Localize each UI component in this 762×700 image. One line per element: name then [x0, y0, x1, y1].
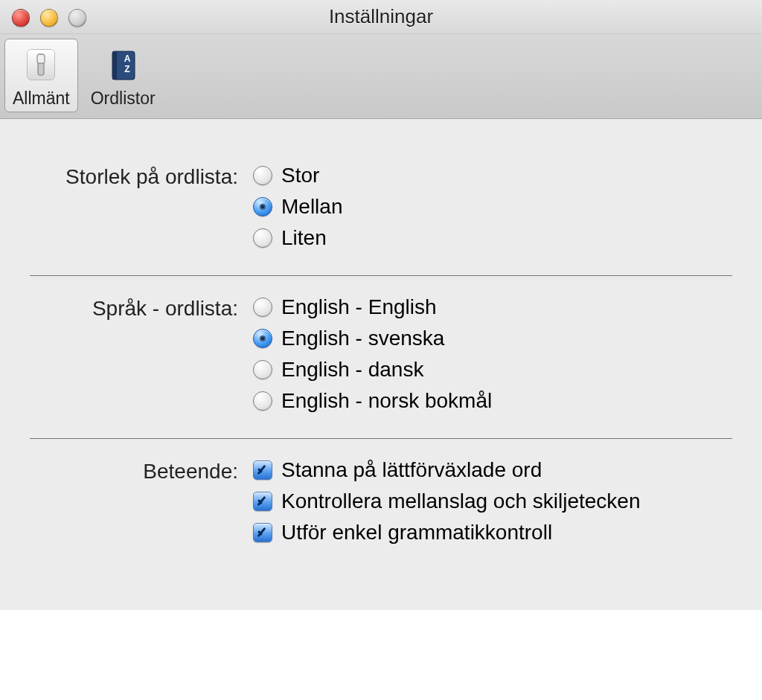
- section-size: Storlek på ordlista: Stor Mellan Liten: [30, 149, 732, 271]
- option-label: English - dansk: [281, 358, 423, 382]
- svg-rect-5: [112, 51, 117, 80]
- checkbox-grammar[interactable]: Utför enkel grammatikkontroll: [253, 521, 732, 545]
- option-label: English - svenska: [281, 327, 444, 350]
- toolbar-tab-label: Ordlistor: [91, 89, 156, 109]
- radio-icon: [253, 197, 272, 216]
- svg-text:Z: Z: [124, 64, 129, 74]
- switch-icon: [20, 44, 62, 86]
- option-label: English - norsk bokmål: [281, 389, 492, 413]
- titlebar: Inställningar: [0, 0, 762, 34]
- section-label: Storlek på ordlista:: [30, 164, 253, 250]
- radio-icon: [253, 391, 272, 411]
- checkbox-icon: [253, 460, 272, 480]
- content: Storlek på ordlista: Stor Mellan Liten S…: [0, 119, 762, 610]
- section-behaviour: Beteende: Stanna på lättförväxlade ord K…: [30, 443, 732, 565]
- checkbox-confusable[interactable]: Stanna på lättförväxlade ord: [253, 458, 732, 482]
- radio-size-medium[interactable]: Mellan: [253, 195, 732, 219]
- radio-size-small[interactable]: Liten: [253, 226, 732, 250]
- option-label: Mellan: [281, 195, 342, 219]
- radio-lang-en-en[interactable]: English - English: [253, 295, 732, 319]
- toolbar-tab-wordlists[interactable]: A Z Ordlistor: [83, 39, 164, 112]
- radio-size-large[interactable]: Stor: [253, 164, 732, 187]
- radio-icon: [253, 228, 272, 248]
- section-label: Beteende:: [30, 458, 253, 545]
- toolbar: Allmänt A Z Ordlistor: [0, 34, 762, 119]
- svg-text:A: A: [124, 54, 131, 64]
- radio-lang-en-sv[interactable]: English - svenska: [253, 327, 732, 350]
- divider: [30, 438, 732, 439]
- checkbox-icon: [253, 492, 272, 511]
- radio-icon: [253, 298, 272, 317]
- book-icon: A Z: [102, 44, 144, 86]
- toolbar-tab-general[interactable]: Allmänt: [4, 39, 78, 112]
- option-label: Utför enkel grammatikkontroll: [281, 521, 552, 545]
- radio-icon: [253, 166, 272, 185]
- option-label: English - English: [281, 295, 437, 319]
- section-language: Språk - ordlista: English - English Engl…: [30, 280, 732, 434]
- preferences-window: Inställningar Allmänt: [0, 0, 762, 610]
- option-label: Stor: [281, 164, 319, 187]
- option-label: Kontrollera mellanslag och skiljetecken: [281, 489, 640, 513]
- section-label: Språk - ordlista:: [30, 295, 253, 413]
- radio-icon: [253, 360, 272, 379]
- option-label: Stanna på lättförväxlade ord: [281, 458, 542, 482]
- radio-lang-en-nb[interactable]: English - norsk bokmål: [253, 389, 732, 413]
- radio-lang-en-da[interactable]: English - dansk: [253, 358, 732, 382]
- checkbox-spacing[interactable]: Kontrollera mellanslag och skiljetecken: [253, 489, 732, 513]
- divider: [30, 275, 732, 276]
- radio-icon: [253, 329, 272, 348]
- window-title: Inställningar: [0, 0, 762, 33]
- toolbar-tab-label: Allmänt: [13, 89, 70, 109]
- svg-rect-3: [37, 54, 45, 63]
- option-label: Liten: [281, 226, 327, 250]
- checkbox-icon: [253, 523, 272, 542]
